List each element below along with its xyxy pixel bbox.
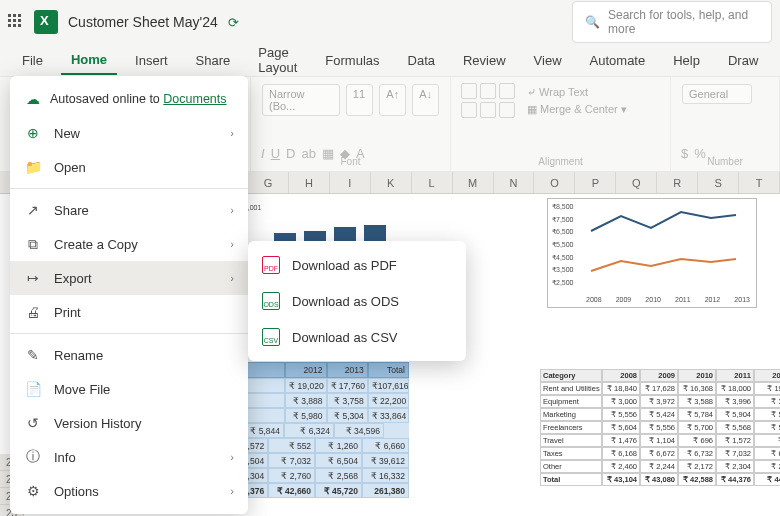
col-header[interactable]: S	[698, 172, 739, 193]
tab-share[interactable]: Share	[186, 47, 241, 74]
ods-file-icon: ODS	[262, 292, 280, 310]
wrap-text-button[interactable]: ⤶ Wrap Text	[527, 86, 627, 99]
double-underline-icon[interactable]: D	[286, 146, 295, 161]
tab-insert[interactable]: Insert	[125, 47, 178, 74]
chevron-right-icon: ›	[230, 238, 234, 250]
col-header[interactable]: M	[453, 172, 494, 193]
export-ods[interactable]: ODSDownload as ODS	[248, 283, 466, 319]
search-placeholder: Search for tools, help, and more	[608, 8, 759, 36]
file-menu-move-file[interactable]: 📄Move File	[10, 372, 248, 406]
menu-item-label: Print	[54, 305, 81, 320]
col-header[interactable]: H	[289, 172, 330, 193]
chevron-right-icon: ›	[230, 204, 234, 216]
file-menu-new[interactable]: ⊕New›	[10, 116, 248, 150]
strikethrough-icon[interactable]: ab	[301, 146, 315, 161]
table-row[interactable]: Other₹ 2,460₹ 2,244₹ 2,172₹ 2,304₹ 2,7	[540, 460, 780, 473]
chevron-right-icon: ›	[230, 451, 234, 463]
number-format-select[interactable]: General	[682, 84, 752, 104]
export-icon: ↦	[24, 269, 42, 287]
table-row[interactable]: Equipment₹ 3,000₹ 3,972₹ 3,588₹ 3,996₹ 3…	[540, 395, 780, 408]
percent-icon[interactable]: %	[694, 146, 706, 161]
col-header[interactable]: Q	[616, 172, 657, 193]
tab-view[interactable]: View	[524, 47, 572, 74]
table-row[interactable]: Freelancers₹ 5,604₹ 5,556₹ 5,700₹ 5,568₹…	[540, 421, 780, 434]
sync-status-icon[interactable]: ⟳	[228, 15, 239, 30]
app-launcher-icon[interactable]	[8, 14, 24, 30]
font-grow-icon[interactable]: A↑	[379, 84, 406, 116]
print-icon: 🖨	[24, 303, 42, 321]
underline-icon[interactable]: U	[271, 146, 280, 161]
file-menu-open[interactable]: 📁Open	[10, 150, 248, 184]
export-item-label: Download as ODS	[292, 294, 399, 309]
alignment-grid[interactable]	[461, 83, 515, 118]
file-menu-rename[interactable]: ✎Rename	[10, 338, 248, 372]
autosave-location-link[interactable]: Documents	[163, 92, 226, 106]
export-pdf[interactable]: PDFDownload as PDF	[248, 247, 466, 283]
font-name-select[interactable]: Narrow (Bo...	[262, 84, 340, 116]
border-icon[interactable]: ▦	[322, 146, 334, 161]
export-csv[interactable]: CSVDownload as CSV	[248, 319, 466, 355]
file-menu-print[interactable]: 🖨Print	[10, 295, 248, 329]
tab-file[interactable]: File	[12, 47, 53, 74]
table-row[interactable]: Marketing₹ 5,556₹ 5,424₹ 5,784₹ 5,904₹ 5…	[540, 408, 780, 421]
excel-icon	[34, 10, 58, 34]
col-header[interactable]: O	[534, 172, 575, 193]
file-menu-create-a-copy[interactable]: ⧉Create a Copy›	[10, 227, 248, 261]
table-row[interactable]: Taxes₹ 6,168₹ 6,672₹ 6,732₹ 7,032₹ 6,5	[540, 447, 780, 460]
tab-draw[interactable]: Draw	[718, 47, 768, 74]
font-size-select[interactable]: 11	[346, 84, 373, 116]
search-box[interactable]: 🔍 Search for tools, help, and more	[572, 1, 772, 43]
font-shrink-icon[interactable]: A↓	[412, 84, 439, 116]
file-menu-version-history[interactable]: ↺Version History	[10, 406, 248, 440]
right-data-table[interactable]: Category20082009201020112012Rent and Uti…	[540, 369, 780, 486]
plus-icon: ⊕	[24, 124, 42, 142]
col-header[interactable]: N	[494, 172, 535, 193]
menu-item-label: Info	[54, 450, 76, 465]
tab-help[interactable]: Help	[663, 47, 710, 74]
col-header[interactable]: P	[575, 172, 616, 193]
col-header[interactable]: R	[657, 172, 698, 193]
group-alignment-label: Alignment	[538, 156, 582, 167]
chevron-right-icon: ›	[230, 485, 234, 497]
col-header[interactable]: K	[371, 172, 412, 193]
copy-icon: ⧉	[24, 235, 42, 253]
table-row[interactable]: ₹ 3,888₹ 3,758₹ 22,200	[244, 393, 409, 408]
tab-data[interactable]: Data	[398, 47, 445, 74]
menu-item-label: Share	[54, 203, 89, 218]
table-row[interactable]: ₹ 19,020₹ 17,760₹107,616	[244, 378, 409, 393]
file-menu-info[interactable]: ⓘInfo›	[10, 440, 248, 474]
export-submenu: PDFDownload as PDFODSDownload as ODSCSVD…	[248, 241, 466, 361]
menu-item-label: New	[54, 126, 80, 141]
file-menu-options[interactable]: ⚙Options›	[10, 474, 248, 508]
tab-page-layout[interactable]: Page Layout	[248, 39, 307, 81]
tab-review[interactable]: Review	[453, 47, 516, 74]
table-row[interactable]: Travel₹ 1,476₹ 1,104₹ 696₹ 1,572₹ 5	[540, 434, 780, 447]
table-row[interactable]: ₹ 5,980₹ 5,304₹ 33,864	[244, 408, 409, 423]
embedded-line-chart[interactable]: ₹8,500 ₹7,500 ₹6,500 ₹5,500 ₹4,500 ₹3,50…	[547, 198, 757, 308]
menu-item-label: Options	[54, 484, 99, 499]
currency-icon[interactable]: $	[681, 146, 688, 161]
menu-item-label: Export	[54, 271, 92, 286]
table-row[interactable]: Rent and Utilities₹ 18,840₹ 17,628₹ 16,3…	[540, 382, 780, 395]
share-icon: ↗	[24, 201, 42, 219]
document-title[interactable]: Customer Sheet May'24	[68, 14, 218, 30]
autosave-status: ☁ Autosaved online to Documents	[10, 82, 248, 116]
move-icon: 📄	[24, 380, 42, 398]
table-row[interactable]: Total₹ 43,104₹ 43,080₹ 42,588₹ 44,376₹ 4…	[540, 473, 780, 486]
col-header[interactable]: I	[330, 172, 371, 193]
options-icon: ⚙	[24, 482, 42, 500]
tab-automate[interactable]: Automate	[580, 47, 656, 74]
file-menu-export[interactable]: ↦Export›	[10, 261, 248, 295]
col-header[interactable]: T	[739, 172, 780, 193]
italic-icon[interactable]: I	[261, 146, 265, 161]
folder-icon: 📁	[24, 158, 42, 176]
col-header[interactable]: L	[412, 172, 453, 193]
chevron-right-icon: ›	[230, 127, 234, 139]
tab-formulas[interactable]: Formulas	[315, 47, 389, 74]
tab-home[interactable]: Home	[61, 46, 117, 75]
menu-item-label: Open	[54, 160, 86, 175]
merge-center-button[interactable]: ▦ Merge & Center ▾	[527, 103, 627, 116]
col-header[interactable]: G	[248, 172, 289, 193]
tab-picture[interactable]: Picture	[776, 47, 780, 74]
file-menu-share[interactable]: ↗Share›	[10, 193, 248, 227]
